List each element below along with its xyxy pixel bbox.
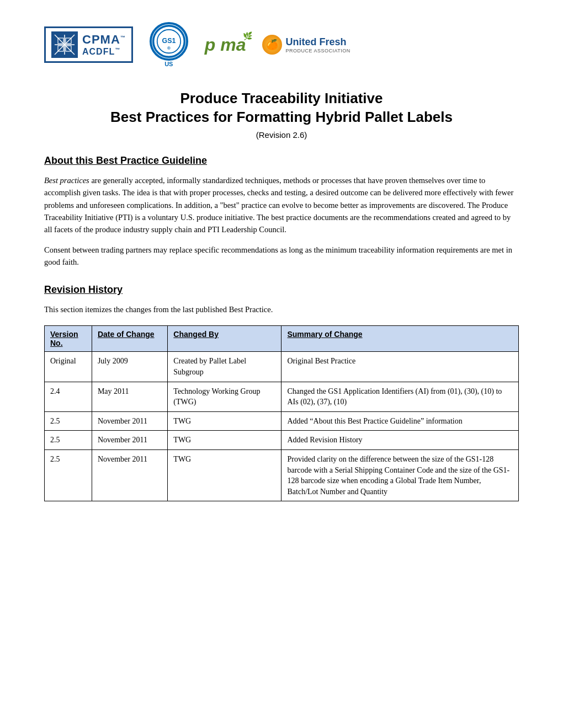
cell-date: November 2011 <box>92 449 167 501</box>
cell-date: November 2011 <box>92 431 167 450</box>
table-row: 2.5November 2011TWGProvided clarity on t… <box>45 449 519 501</box>
cell-changed-by: Technology Working Group (TWG) <box>168 382 282 411</box>
header-logos: CPMA™ ACDFL™ GS1 ® US p ma 🌿 🍊 <box>44 22 519 67</box>
cell-changed-by: TWG <box>168 411 282 431</box>
cpma-label: CPMA™ <box>82 33 126 47</box>
acdfl-label: ACDFL™ <box>82 47 126 57</box>
cell-version: 2.5 <box>45 449 92 501</box>
col-header-changed: Changed By <box>168 326 282 352</box>
table-header-row: Version No. Date of Change Changed By Su… <box>45 326 519 352</box>
page-title-block: Produce Traceability Initiative Best Pra… <box>44 89 519 140</box>
revision-label: (Revision 2.6) <box>44 130 519 140</box>
col-header-summary: Summary of Change <box>282 326 519 352</box>
cell-summary: Provided clarity on the difference betwe… <box>282 449 519 501</box>
col-header-version: Version No. <box>45 326 92 352</box>
cell-summary: Original Best Practice <box>282 352 519 382</box>
united-fresh-line1: United Fresh <box>285 36 350 48</box>
cell-summary: Added “About this Best Practice Guidelin… <box>282 411 519 431</box>
about-paragraph2: Consent between trading partners may rep… <box>44 244 519 269</box>
revision-heading: Revision History <box>44 284 519 296</box>
table-row: 2.5November 2011TWGAdded “About this Bes… <box>45 411 519 431</box>
cell-summary: Added Revision History <box>282 431 519 450</box>
gs1-circle: GS1 ® <box>150 22 188 61</box>
cell-version: Original <box>45 352 92 382</box>
svg-text:®: ® <box>167 46 171 51</box>
cell-version: 2.5 <box>45 411 92 431</box>
cell-changed-by: Created by Pallet Label Subgroup <box>168 352 282 382</box>
cpma-logo: CPMA™ ACDFL™ <box>44 26 133 63</box>
united-fresh-line2: PRODUCE ASSOCIATION <box>285 48 350 53</box>
cell-changed-by: TWG <box>168 449 282 501</box>
pma-label: p <box>205 35 216 55</box>
cell-version: 2.4 <box>45 382 92 411</box>
cell-summary: Changed the GS1 Application Identifiers … <box>282 382 519 411</box>
united-fresh-logo: 🍊 United Fresh PRODUCE ASSOCIATION <box>262 35 350 55</box>
about-heading: About this Best Practice Guideline <box>44 155 519 167</box>
cell-version: 2.5 <box>45 431 92 450</box>
cell-date: November 2011 <box>92 411 167 431</box>
cell-date: May 2011 <box>92 382 167 411</box>
table-row: 2.4May 2011Technology Working Group (TWG… <box>45 382 519 411</box>
cpma-icon <box>51 31 78 58</box>
table-row: OriginalJuly 2009Created by Pallet Label… <box>45 352 519 382</box>
cpma-text: CPMA™ ACDFL™ <box>82 33 126 57</box>
about-paragraph1: Best practices are generally accepted, i… <box>44 174 519 236</box>
pma-label2: ma <box>220 35 246 55</box>
cell-changed-by: TWG <box>168 431 282 450</box>
gs1-logo: GS1 ® US <box>150 22 188 67</box>
table-row: 2.5November 2011TWGAdded Revision Histor… <box>45 431 519 450</box>
revision-intro: This section itemizes the changes from t… <box>44 303 519 315</box>
col-header-date: Date of Change <box>92 326 167 352</box>
gs1-us-label: US <box>164 61 173 67</box>
revision-table: Version No. Date of Change Changed By Su… <box>44 325 519 501</box>
cell-date: July 2009 <box>92 352 167 382</box>
pma-logo: p ma 🌿 <box>205 35 246 55</box>
page-title: Produce Traceability Initiative Best Pra… <box>44 89 519 127</box>
svg-text:GS1: GS1 <box>162 37 176 45</box>
